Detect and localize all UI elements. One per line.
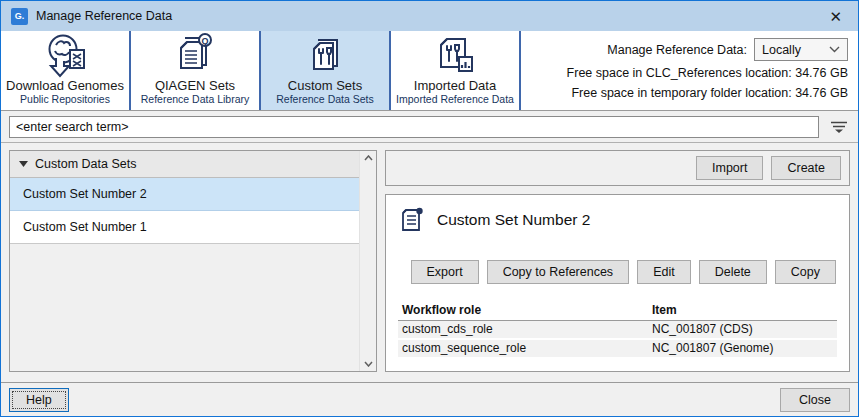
workflow-role-cell: custom_sequence_role (398, 339, 648, 358)
tab-custom-sets[interactable]: Custom Sets Reference Data Sets (261, 31, 391, 110)
app-icon: G. (11, 8, 28, 25)
tab-qiagen-sets[interactable]: Q QIAGEN Sets Reference Data Library (131, 31, 261, 110)
tree-header-label: Custom Data Sets (35, 157, 136, 171)
globe-download-icon (42, 32, 88, 78)
custom-set-detail-box: Custom Set Number 2 Export Copy to Refer… (385, 194, 850, 372)
custom-data-sets-tree: Custom Data Sets Custom Set Number 2 Cus… (10, 151, 359, 371)
detail-header: Custom Set Number 2 (398, 206, 837, 234)
list-item-label: Custom Set Number 2 (23, 187, 147, 201)
delete-button[interactable]: Delete (699, 260, 767, 284)
list-item-custom-set-1[interactable]: Custom Set Number 1 (10, 211, 359, 244)
search-input[interactable] (9, 116, 819, 138)
detail-column: Import Create Custom Set Number 2 Export… (385, 150, 850, 372)
vertical-scrollbar[interactable] (359, 151, 376, 371)
tab-sublabel: Reference Data Sets (276, 93, 373, 106)
item-cell: NC_001807 (Genome) (648, 339, 837, 358)
workflow-role-table: Workflow role Item custom_cds_role NC_00… (398, 301, 837, 359)
window-close-icon[interactable]: ✕ (823, 9, 848, 24)
column-header-item: Item (648, 301, 837, 321)
tab-imported-data[interactable]: Imported Data Imported Reference Data (391, 31, 521, 110)
tab-download-genomes[interactable]: Download Genomes Public Repositories (1, 31, 131, 110)
filter-icon[interactable] (829, 119, 849, 135)
tab-label: Custom Sets (288, 78, 362, 93)
free-space-temp-folder: Free space in temporary folder location:… (571, 86, 848, 101)
document-tools-icon (302, 32, 348, 78)
location-select[interactable]: Locally (754, 38, 848, 61)
export-button[interactable]: Export (411, 260, 479, 284)
tab-label: Imported Data (414, 78, 496, 93)
window-title: Manage Reference Data (36, 9, 172, 23)
free-space-clc-references: Free space in CLC_References location: 3… (567, 66, 848, 81)
tree-header-custom-data-sets[interactable]: Custom Data Sets (10, 151, 359, 178)
help-button[interactable]: Help (9, 388, 69, 412)
manage-reference-data-label: Manage Reference Data: (607, 43, 747, 57)
detail-buttons-row: Export Copy to References Edit Delete Co… (398, 260, 837, 284)
scroll-down-icon[interactable] (364, 361, 373, 367)
main-area: Custom Data Sets Custom Set Number 2 Cus… (1, 143, 858, 382)
collapse-triangle-icon (19, 161, 28, 167)
footer-bar: Help Close (1, 382, 858, 416)
toolbar: Download Genomes Public Repositories Q Q… (1, 31, 858, 111)
copy-button[interactable]: Copy (775, 260, 836, 284)
item-cell: NC_001807 (CDS) (648, 321, 837, 340)
clipboard-badge-icon (398, 206, 426, 234)
document-import-chart-icon (432, 32, 478, 78)
tab-sublabel: Public Repositories (20, 93, 110, 106)
location-select-value: Locally (762, 43, 801, 57)
copy-to-references-button[interactable]: Copy to References (487, 260, 629, 284)
titlebar: G. Manage Reference Data ✕ (1, 1, 858, 31)
column-header-workflow-role: Workflow role (398, 301, 648, 321)
chevron-down-icon (829, 46, 840, 53)
table-header-row: Workflow role Item (398, 301, 837, 321)
detail-set-title: Custom Set Number 2 (437, 211, 590, 229)
tab-sublabel: Imported Reference Data (396, 93, 514, 106)
tab-label: Download Genomes (6, 78, 124, 93)
manage-reference-data-dialog: G. Manage Reference Data ✕ Download Geno… (0, 0, 859, 417)
custom-data-sets-panel: Custom Data Sets Custom Set Number 2 Cus… (9, 150, 377, 372)
tab-label: QIAGEN Sets (155, 78, 235, 93)
table-row: custom_cds_role NC_001807 (CDS) (398, 321, 837, 340)
edit-button[interactable]: Edit (637, 260, 691, 284)
list-item-custom-set-2[interactable]: Custom Set Number 2 (10, 178, 359, 211)
import-button[interactable]: Import (696, 156, 763, 180)
scroll-up-icon[interactable] (364, 155, 373, 161)
svg-text:Q: Q (201, 36, 208, 46)
set-actions-bar: Import Create (385, 150, 850, 186)
create-button[interactable]: Create (771, 156, 841, 180)
tab-sublabel: Reference Data Library (141, 93, 250, 106)
workflow-role-cell: custom_cds_role (398, 321, 648, 340)
toolbar-info: Manage Reference Data: Locally Free spac… (567, 38, 848, 101)
table-row: custom_sequence_role NC_001807 (Genome) (398, 339, 837, 358)
close-button[interactable]: Close (780, 388, 850, 412)
search-row (1, 111, 858, 143)
document-stack-q-icon: Q (172, 32, 218, 78)
list-item-label: Custom Set Number 1 (23, 220, 147, 234)
